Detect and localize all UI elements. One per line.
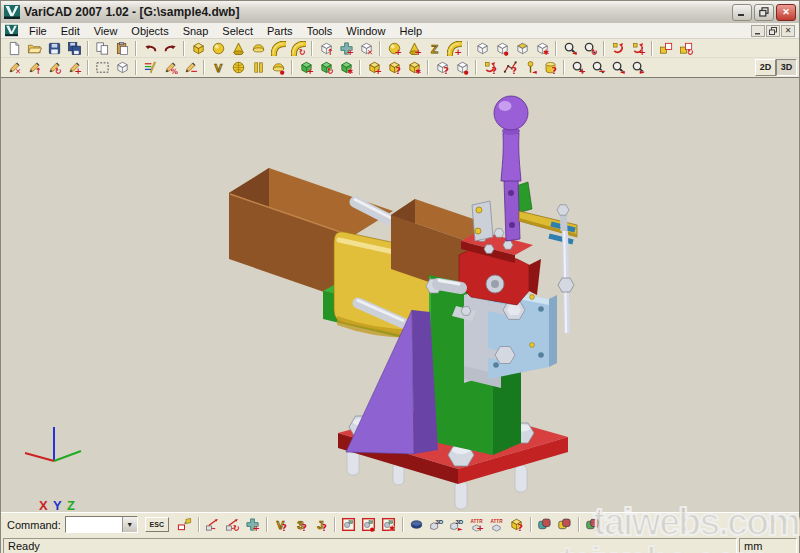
rotate-solid-button[interactable]: + bbox=[628, 39, 648, 57]
cube-view-2-button[interactable]: ● bbox=[492, 39, 512, 57]
erase-2d-button[interactable]: ✕ bbox=[4, 59, 24, 77]
manipulator-button[interactable]: + bbox=[243, 516, 263, 534]
menu-window[interactable]: Window bbox=[339, 24, 392, 38]
scale-percent-button[interactable]: % bbox=[160, 59, 180, 77]
help-query-button[interactable]: ? bbox=[507, 516, 527, 534]
open-file-button[interactable] bbox=[24, 39, 44, 57]
move-solid-2-button[interactable]: ↻ bbox=[223, 516, 243, 534]
solid-box-button[interactable] bbox=[188, 39, 208, 57]
selection-box-button[interactable] bbox=[92, 59, 112, 77]
solid-query-button[interactable]: ? bbox=[432, 59, 452, 77]
attr-add-button[interactable]: ATTR+ bbox=[467, 516, 487, 534]
move-solid-1-button[interactable] bbox=[203, 516, 223, 534]
sweep-z-button[interactable]: Z bbox=[424, 39, 444, 57]
rotate-2d-button[interactable]: ↻ bbox=[44, 59, 64, 77]
identify-tool-button[interactable]: ? bbox=[583, 516, 603, 534]
camera-3-button[interactable]: ✱ bbox=[379, 516, 399, 534]
part-copy-button[interactable]: ✱ bbox=[336, 59, 356, 77]
solid-cone-button[interactable] bbox=[228, 39, 248, 57]
copy-solids-button[interactable]: ↻ bbox=[676, 39, 696, 57]
blend-cone-button[interactable]: + bbox=[404, 39, 424, 57]
copy-2d-button[interactable]: + bbox=[64, 59, 84, 77]
cube-view-3-button[interactable]: ✱ bbox=[532, 39, 552, 57]
save-file-button[interactable] bbox=[44, 39, 64, 57]
view-previous-button[interactable]: ◄ bbox=[560, 39, 580, 57]
redo-button[interactable] bbox=[160, 39, 180, 57]
zoom-in-button[interactable]: + bbox=[568, 59, 588, 77]
title-bar[interactable]: VariCAD 2007 1.02 - [G:\sample4.dwb] ✕ bbox=[1, 1, 799, 23]
mdi-minimize-button[interactable] bbox=[751, 25, 765, 37]
blend-sphere-button[interactable]: + bbox=[384, 39, 404, 57]
boolean-subtract-button[interactable]: ✕ bbox=[356, 39, 376, 57]
convert-3d-button[interactable]: 3D► bbox=[447, 516, 467, 534]
view-3d-button[interactable]: 3D bbox=[427, 516, 447, 534]
cube-points-button[interactable]: ● bbox=[452, 59, 472, 77]
solid-move-button[interactable]: + bbox=[364, 59, 384, 77]
cube-face-button[interactable] bbox=[512, 39, 532, 57]
viewport-canvas[interactable]: X Y Z bbox=[1, 77, 799, 512]
render-disc-button[interactable] bbox=[407, 516, 427, 534]
axis-query-button[interactable]: ? bbox=[480, 59, 500, 77]
menu-objects[interactable]: Objects bbox=[124, 24, 175, 38]
j-query-button[interactable]: J? bbox=[311, 516, 331, 534]
line-attributes-button[interactable] bbox=[140, 59, 160, 77]
solid-tool-i-button[interactable] bbox=[248, 59, 268, 77]
minimize-button[interactable] bbox=[732, 4, 752, 21]
zoom-next-button[interactable]: ► bbox=[628, 59, 648, 77]
extrude-solid-button[interactable]: ↑ bbox=[316, 39, 336, 57]
menu-tools[interactable]: Tools bbox=[300, 24, 340, 38]
solid-sphere-button[interactable] bbox=[208, 39, 228, 57]
solid-edit-button[interactable]: ✱ bbox=[404, 59, 424, 77]
camera-2-button[interactable]: ● bbox=[359, 516, 379, 534]
align-solids-button[interactable] bbox=[656, 39, 676, 57]
new-file-button[interactable] bbox=[4, 39, 24, 57]
menu-file[interactable]: File bbox=[22, 24, 54, 38]
camera-1-button[interactable] bbox=[339, 516, 359, 534]
3-query-button[interactable]: 3? bbox=[291, 516, 311, 534]
zoom-previous-button[interactable]: ◄ bbox=[608, 59, 628, 77]
mdi-close-button[interactable]: ✕ bbox=[781, 25, 795, 37]
part-insert-button[interactable]: + bbox=[296, 59, 316, 77]
menu-help[interactable]: Help bbox=[392, 24, 429, 38]
cylinder-query-button[interactable]: ? bbox=[540, 59, 560, 77]
close-button[interactable]: ✕ bbox=[776, 4, 796, 21]
mdi-restore-button[interactable] bbox=[766, 25, 780, 37]
pair-copy-2-button[interactable] bbox=[555, 516, 575, 534]
blend-elbow-button[interactable]: + bbox=[444, 39, 464, 57]
cube-view-1-button[interactable] bbox=[472, 39, 492, 57]
paste-button[interactable] bbox=[112, 39, 132, 57]
menu-view[interactable]: View bbox=[87, 24, 125, 38]
undo-button[interactable] bbox=[140, 39, 160, 57]
command-dropdown-button[interactable]: ▼ bbox=[122, 517, 137, 532]
rotate-view-button[interactable] bbox=[608, 39, 628, 57]
vertex-query-button[interactable]: ? bbox=[500, 59, 520, 77]
link-tool-button[interactable] bbox=[175, 516, 195, 534]
mesh-sphere-button[interactable] bbox=[228, 59, 248, 77]
command-input[interactable] bbox=[66, 517, 122, 532]
solid-inspect-button[interactable]: ? bbox=[384, 59, 404, 77]
mode-3d-button[interactable]: 3D bbox=[776, 59, 797, 76]
restore-button[interactable] bbox=[754, 4, 774, 21]
command-combo[interactable]: ▼ bbox=[65, 516, 138, 533]
solid-tool-v-button[interactable]: V bbox=[208, 59, 228, 77]
menu-edit[interactable]: Edit bbox=[54, 24, 87, 38]
menu-parts[interactable]: Parts bbox=[260, 24, 300, 38]
esc-button[interactable]: ESC bbox=[145, 517, 169, 532]
menu-select[interactable]: Select bbox=[215, 24, 260, 38]
pin-tool-button[interactable]: ◄ bbox=[520, 59, 540, 77]
pair-copy-1-button[interactable] bbox=[535, 516, 555, 534]
save-all-button[interactable] bbox=[64, 39, 84, 57]
erase-tool-button[interactable]: − bbox=[180, 59, 200, 77]
attr-solid-button[interactable]: ATTR bbox=[487, 516, 507, 534]
pipe-elbow-2-button[interactable]: ↻ bbox=[288, 39, 308, 57]
boolean-union-button[interactable]: + bbox=[336, 39, 356, 57]
wire-cube-button[interactable] bbox=[112, 59, 132, 77]
solid-hemisphere-button[interactable] bbox=[248, 39, 268, 57]
zoom-out-button[interactable]: − bbox=[588, 59, 608, 77]
move-2d-button[interactable]: ↑ bbox=[24, 59, 44, 77]
pipe-elbow-button[interactable] bbox=[268, 39, 288, 57]
hemisphere-tool-button[interactable]: ● bbox=[268, 59, 288, 77]
part-replace-button[interactable]: ↻ bbox=[316, 59, 336, 77]
copy-button[interactable] bbox=[92, 39, 112, 57]
v-query-button[interactable]: V? bbox=[271, 516, 291, 534]
